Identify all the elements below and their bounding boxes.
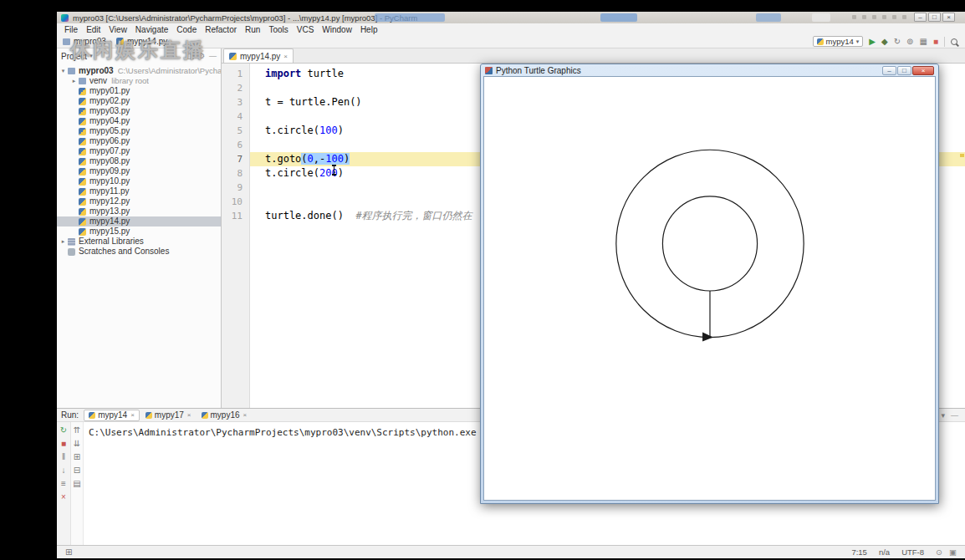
menu-item-code[interactable]: Code [172, 25, 201, 34]
status-item-1[interactable]: n/a [879, 547, 890, 557]
toolwindow-switcher-icon[interactable]: ⊞ [65, 547, 72, 557]
turtle-graphics-window[interactable]: Python Turtle Graphics – □ × [480, 64, 939, 504]
lock-icon[interactable]: ▣ [949, 547, 957, 557]
pause-icon[interactable]: ‖ [62, 453, 65, 461]
tree-item-label: mypy11.py [89, 186, 130, 196]
rerun-icon[interactable]: ↻ [60, 426, 67, 435]
chevron-down-icon[interactable]: ▾ [941, 411, 945, 420]
tree-item-external-libraries[interactable]: ▸External Libraries [57, 237, 221, 247]
overlay-chip [375, 13, 445, 22]
expand-up-icon[interactable]: ⇈ [74, 426, 80, 435]
tree-item-mypy10-py[interactable]: mypy10.py [57, 176, 221, 186]
search-everywhere-icon[interactable] [951, 38, 957, 45]
line-number: 3 [222, 95, 249, 109]
expand-all-icon[interactable]: ⊞ [74, 453, 80, 461]
tree-item-mypy09-py[interactable]: mypy09.py [57, 166, 221, 176]
close-icon[interactable]: × [243, 411, 248, 419]
breadcrumb-project[interactable]: mypro03 [74, 37, 106, 46]
status-item-2[interactable]: UTF-8 [901, 547, 924, 557]
collapse-all-icon[interactable]: ⊟ [74, 466, 80, 475]
menu-item-vcs[interactable]: VCS [293, 25, 319, 34]
settings-icon[interactable]: ⚙ [198, 52, 205, 60]
py-icon [79, 188, 86, 196]
profiler-icon[interactable]: ⊚ [906, 37, 913, 47]
menu-item-view[interactable]: View [105, 25, 131, 34]
menu-item-file[interactable]: File [60, 25, 82, 34]
menu-item-help[interactable]: Help [356, 25, 382, 34]
py-icon [79, 158, 86, 165]
tree-item-mypy04-py[interactable]: mypy04.py [57, 116, 221, 126]
breadcrumb-file[interactable]: mypy14.py [127, 37, 167, 46]
hide-panel-icon[interactable]: — [209, 52, 217, 60]
py-icon [79, 88, 86, 95]
scroll-to-end-icon[interactable]: ↓ [62, 466, 66, 475]
tray-icons [852, 15, 906, 19]
maximize-button[interactable]: □ [928, 13, 941, 22]
tree-item-mypy14-py[interactable]: mypy14.py [57, 216, 221, 227]
tree-item-mypy03-py[interactable]: mypy03.py [57, 106, 221, 116]
tree-item-mypy06-py[interactable]: mypy06.py [57, 136, 221, 146]
tree-item-mypy02-py[interactable]: mypy02.py [57, 96, 221, 106]
turtle-maximize-button[interactable]: □ [897, 66, 911, 75]
code-token: import [265, 68, 301, 79]
py-icon [79, 228, 86, 236]
menu-item-refactor[interactable]: Refactor [201, 25, 241, 34]
grid-icon[interactable]: ▦ [920, 37, 927, 47]
minimize-button[interactable]: – [914, 13, 927, 22]
tree-item-mypro03[interactable]: ▾mypro03C:\Users\Administrator\PycharmPr… [57, 66, 221, 76]
stop-icon[interactable]: ■ [933, 37, 938, 47]
tree-item-mypy01-py[interactable]: mypy01.py [57, 86, 221, 96]
tree-item-mypy12-py[interactable]: mypy12.py [57, 196, 221, 206]
menu-item-navigate[interactable]: Navigate [131, 25, 172, 34]
python-file-icon [229, 53, 237, 60]
menu-item-tools[interactable]: Tools [264, 25, 292, 34]
expand-down-icon[interactable]: ⇊ [74, 440, 80, 448]
editor-tab-mypy14[interactable]: mypy14.py × [223, 48, 294, 63]
close-icon[interactable]: × [61, 493, 66, 501]
python-file-icon [817, 38, 824, 45]
py-icon [79, 128, 86, 135]
tree-item-label: Scratches and Consoles [79, 247, 169, 257]
tree-item-mypy13-py[interactable]: mypy13.py [57, 206, 221, 216]
run-tab-mypy17[interactable]: mypy17× [141, 410, 196, 421]
stop-icon[interactable]: ■ [61, 440, 66, 448]
titlebar[interactable]: mypro03 [C:\Users\Administrator\PycharmP… [57, 12, 965, 23]
line-number: 1 [222, 67, 249, 81]
turtle-titlebar[interactable]: Python Turtle Graphics – □ × [483, 64, 936, 76]
close-button[interactable]: × [942, 13, 955, 22]
split-icon[interactable]: ◫ [186, 52, 194, 60]
highlight-level-icon[interactable]: ⊙ [936, 547, 942, 557]
project-panel-header[interactable]: Project ▾ ◫⚙— [57, 48, 221, 64]
history-icon[interactable]: ▤ [73, 480, 80, 488]
tree-item-mypy07-py[interactable]: mypy07.py [57, 146, 221, 156]
py-icon [79, 168, 86, 176]
hide-panel-icon[interactable]: — [951, 411, 958, 420]
turtle-close-button[interactable]: × [912, 66, 934, 75]
editor-scrollbar[interactable] [959, 64, 965, 408]
tree-item-mypy08-py[interactable]: mypy08.py [57, 156, 221, 166]
turtle-minimize-button[interactable]: – [882, 66, 896, 75]
close-icon[interactable]: × [130, 411, 135, 419]
run-config-select[interactable]: mypy14 ▾ [813, 36, 864, 47]
tree-item-mypy11-py[interactable]: mypy11.py [57, 186, 221, 196]
tree-item-mypy05-py[interactable]: mypy05.py [57, 126, 221, 136]
run-icon[interactable]: ▶ [869, 37, 876, 47]
coverage-icon[interactable]: ↻ [894, 37, 901, 47]
py-icon [79, 208, 86, 216]
line-number: 2 [222, 81, 249, 95]
tree-item-scratches-and-consoles[interactable]: Scratches and Consoles [57, 247, 221, 257]
run-tab-mypy14[interactable]: mypy14× [84, 410, 140, 421]
tree-item-label: mypy10.py [89, 176, 130, 186]
debug-icon[interactable]: ◆ [881, 37, 888, 47]
line-number: 5 [222, 124, 249, 138]
status-item-0[interactable]: 7:15 [851, 547, 867, 557]
close-icon[interactable]: × [187, 411, 191, 419]
run-tab-mypy16[interactable]: mypy16× [197, 410, 252, 421]
tree-item-mypy15-py[interactable]: mypy15.py [57, 227, 221, 237]
close-icon[interactable]: × [283, 53, 288, 60]
menu-item-window[interactable]: Window [318, 25, 356, 34]
soft-wrap-icon[interactable]: ≡ [61, 480, 66, 488]
tree-item-venv[interactable]: ▸venvlibrary root [57, 76, 221, 86]
menu-item-edit[interactable]: Edit [82, 25, 105, 34]
menu-item-run[interactable]: Run [241, 25, 264, 34]
